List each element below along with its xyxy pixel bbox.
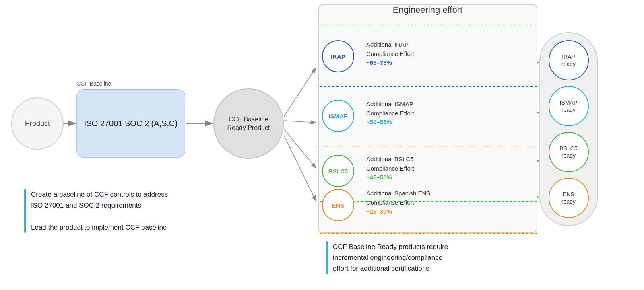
ens-dotted-bottom (318, 233, 537, 234)
note2-text: CCF Baseline Ready products require incr… (333, 241, 448, 274)
bsic5-line1: Additional BSI C5Compliance Effort (366, 156, 414, 172)
irap-ready-circle: IRAPready (549, 40, 589, 80)
bsic5-text: Additional BSI C5Compliance Effort ~45–5… (366, 155, 414, 182)
note1-block: Create a baseline of CCF controls to add… (24, 189, 168, 233)
ens-percent: ~25–30% (366, 208, 392, 215)
ens-ready-circle: ENSready (549, 178, 589, 218)
irap-ready-label: IRAPready (561, 53, 576, 68)
ismap-line1: Additional ISMAPCompliance Effort (366, 101, 414, 117)
ens-ready-label: ENSready (561, 191, 576, 205)
note1-bar (24, 189, 26, 233)
ccf-ready-label: CCF BaselineReady Product (227, 115, 270, 132)
note2-bar (326, 241, 328, 274)
ccf-ready-circle: CCF BaselineReady Product (213, 88, 284, 159)
note2-line2: incremental engineering/compliance (333, 254, 442, 261)
ismap-label: ISMAP (328, 113, 348, 119)
ens-label: ENS (332, 202, 345, 209)
irap-line1: Additional IRAPCompliance Effort (366, 41, 414, 57)
ismap-text: Additional ISMAPCompliance Effort ~50–55… (366, 100, 414, 127)
ccf-baseline-content: ISO 27001 SOC 2 (A,S,C) (84, 118, 178, 129)
irap-text: Additional IRAPCompliance Effort ~65–75% (366, 40, 414, 68)
irap-circle: IRAP (322, 40, 354, 72)
ccf-baseline-box: ISO 27001 SOC 2 (A,S,C) (76, 89, 185, 158)
irap-label: IRAP (331, 53, 345, 60)
ready-group: IRAPready ISMAPready BSI C5ready ENSread… (539, 32, 598, 226)
ismap-dotted-bottom (318, 146, 537, 146)
bsic5-circle: BSI C5 (322, 155, 354, 187)
diagram-container: Product CCF Baseline ISO 27001 SOC 2 (A,… (0, 0, 644, 290)
irap-dotted-bottom (318, 86, 537, 87)
bsic5-ready-label: BSI C5ready (559, 145, 577, 159)
ens-text: Additional Spanish ENSCompliance Effort … (366, 189, 430, 216)
ismap-ready-label: ISMAPready (560, 99, 578, 113)
bsic5-ready-circle: BSI C5ready (549, 132, 589, 172)
ismap-ready-circle: ISMAPready (549, 86, 589, 126)
svg-line-3 (284, 68, 316, 117)
ccf-baseline-label: CCF Baseline (76, 80, 111, 87)
note2-line3: effort for additional certifications (333, 265, 429, 272)
svg-line-5 (284, 129, 316, 168)
ens-circle: ENS (322, 189, 354, 221)
note2-line1: CCF Baseline Ready products require (333, 243, 448, 251)
bsic5-percent: ~45–50% (366, 174, 392, 181)
note2-block: CCF Baseline Ready products require incr… (326, 241, 448, 274)
note1-line2: ISO 27001 and SOC 2 requirements (31, 202, 141, 209)
product-circle: Product (11, 97, 64, 150)
svg-line-4 (284, 121, 316, 123)
ismap-percent: ~50–55% (366, 119, 392, 125)
irap-percent: ~65–75% (366, 59, 392, 66)
ens-line1: Additional Spanish ENSCompliance Effort (366, 190, 430, 206)
note1-line3: Lead the product to implement CCF baseli… (31, 224, 167, 231)
ismap-circle: ISMAP (322, 100, 354, 132)
note1-text: Create a baseline of CCF controls to add… (31, 189, 168, 233)
irap-dotted-top (318, 25, 537, 25)
bsic5-label: BSI C5 (328, 168, 348, 175)
product-label: Product (25, 119, 50, 128)
note1-line1: Create a baseline of CCF controls to add… (31, 191, 168, 198)
engineering-title: Engineering effort (318, 5, 537, 15)
svg-line-6 (284, 135, 316, 201)
